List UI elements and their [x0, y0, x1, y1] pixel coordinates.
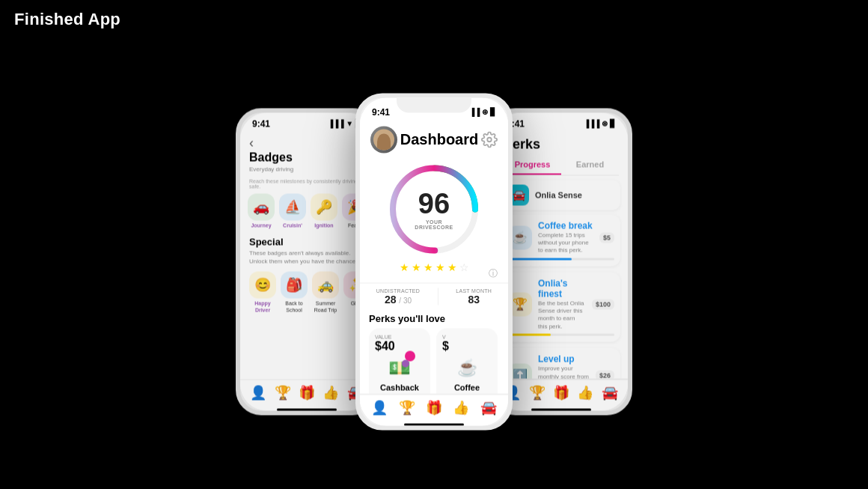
status-icons-right: ▐▐▐ ⊛ ▊: [584, 120, 616, 128]
home-bar-center: [404, 423, 464, 425]
special-section: Special These badges aren't always avail…: [240, 236, 373, 313]
bottom-nav-right: 👤 🏆 🎁 👍 🚘: [495, 378, 628, 410]
onlia-sense-row: 🚘 Onlia Sense: [502, 180, 620, 210]
stat-last-month: LAST MONTH 83: [456, 288, 492, 305]
sense-name: Onlia Sense: [535, 190, 582, 199]
perks-page-title: Perks: [495, 132, 628, 155]
badge-journey: 🚗 Journey: [248, 193, 275, 228]
settings-icon[interactable]: [481, 131, 498, 148]
back-button[interactable]: ‹: [240, 132, 373, 151]
badge-back-to-school: 🎒 Back to School: [281, 272, 308, 314]
stat-undistracted-sub: / 30: [399, 296, 412, 304]
nav-car-center[interactable]: 🚘: [480, 399, 497, 416]
perk-coffee-name: Coffee break: [538, 220, 593, 231]
perk-cashback-label: Cashback: [375, 383, 424, 392]
nav-gift-right[interactable]: 🎁: [553, 384, 569, 401]
home-bar-right: [531, 408, 591, 410]
perks-tabs: Progress Earned: [504, 155, 619, 175]
perk-row-finest[interactable]: 🏆 Onlia's finest Be the best Onlia Sense…: [502, 272, 620, 342]
badge-cruisin: ⛵ Cruisin': [279, 193, 306, 228]
perks-heading: Perks you'll love: [369, 312, 499, 324]
nav-trophy-right[interactable]: 🏆: [529, 384, 545, 401]
drivescore-number: 96: [410, 189, 459, 217]
drivescore-label: YOUR DRIVESCORE: [410, 219, 459, 229]
nav-gift-center[interactable]: 🎁: [426, 399, 442, 416]
perk-coffee-progress: [508, 258, 614, 260]
badges-screen: ‹ Badges Everyday driving Reach these mi…: [240, 132, 373, 314]
page-title: Finished App: [14, 10, 120, 29]
perks-list: 🚘 Onlia Sense ☕ Coffee break Complete 15…: [495, 175, 628, 410]
badges-title: Badges: [240, 151, 373, 164]
perk-finest-progress: [508, 334, 614, 336]
drivescore-section: 96 YOUR DRIVESCORE ★ ★ ★ ★ ★ ☆ ⓘ: [360, 156, 508, 282]
everyday-label: Everyday driving: [240, 165, 373, 172]
perk-finest-amount: $100: [592, 299, 614, 309]
nav-person-center[interactable]: 👤: [371, 399, 388, 416]
nav-car-right[interactable]: 🚘: [602, 384, 618, 401]
special-title: Special: [249, 236, 364, 247]
perk-row-coffee[interactable]: ☕ Coffee break Complete 15 trips without…: [502, 214, 620, 266]
dashboard-title: Dashboard: [400, 131, 478, 148]
perk-coffee-desc: Complete 15 trips without your phone to …: [538, 231, 593, 255]
avatar: [370, 126, 397, 153]
perk-finest-desc: Be the best Onlia Sense driver this mont…: [538, 300, 586, 331]
badge-ignition: 🔑 Ignition: [311, 193, 337, 228]
perk-coffee-amount: $5: [599, 232, 614, 243]
status-icons-center: ▐▐ ⊛ ▊: [469, 108, 496, 116]
special-badges-grid: 😊 Happy Driver 🎒 Back to School 🚕 Summer…: [249, 272, 364, 314]
nav-thumbs-center[interactable]: 👍: [453, 399, 469, 416]
perk-levelup-name: Level up: [538, 354, 590, 365]
dashboard-phone: 9:41 ▐▐ ⊛ ▊ Dashboard: [355, 93, 513, 430]
badge-summer-road-trip: 🚕 Summer Road Trip: [312, 272, 339, 314]
bottom-nav-center: 👤 🏆 🎁 👍 🚘: [360, 393, 508, 425]
perk-finest-name: Onlia's finest: [538, 278, 586, 299]
stats-row: UNDISTRACTED 28 / 30 LAST MONTH 83: [360, 282, 508, 308]
dashboard-header: Dashboard: [360, 120, 508, 156]
stars-row: ★ ★ ★ ★ ★ ☆: [400, 261, 469, 273]
perks-screen: Perks Progress Earned 🚘 Onlia Sense: [495, 132, 628, 410]
svg-point-0: [487, 137, 492, 142]
coffee-icon: ☕: [457, 358, 477, 377]
nav-trophy-center[interactable]: 🏆: [399, 399, 415, 416]
notch-center: [397, 97, 471, 112]
stat-last-month-value: 83: [456, 293, 492, 305]
everyday-sub: Reach these milestones by consistently d…: [240, 178, 373, 189]
stat-undistracted: UNDISTRACTED 28 / 30: [376, 288, 420, 305]
nav-thumbs-right[interactable]: 👍: [577, 384, 593, 401]
phones-container: 9:41 ▐▐▐ ▼ ▊ ‹ Badges Everyday driving R…: [236, 93, 632, 430]
everyday-badges-grid: 🚗 Journey ⛵ Cruisin' 🔑 Ignition 🎉: [240, 193, 373, 234]
status-bar-right: 9:41 ▐▐▐ ⊛ ▊: [495, 112, 628, 132]
badge-happy-driver: 😊 Happy Driver: [249, 272, 276, 314]
status-time-center: 9:41: [372, 106, 390, 117]
special-sub: These badges aren't always available. Un…: [249, 249, 364, 265]
status-bar-left: 9:41 ▐▐▐ ▼ ▊: [240, 112, 373, 132]
stat-undistracted-value: 28: [385, 293, 397, 305]
status-time-left: 9:41: [252, 118, 270, 129]
info-icon[interactable]: ⓘ: [489, 267, 508, 279]
tab-earned[interactable]: Earned: [561, 155, 619, 174]
drivescore-ring: 96 YOUR DRIVESCORE: [385, 160, 483, 258]
